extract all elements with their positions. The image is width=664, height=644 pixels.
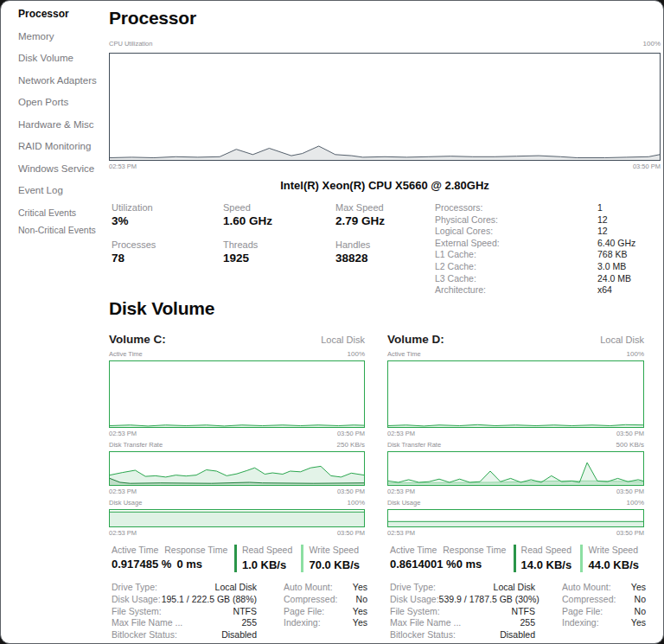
sidebar-item-memory[interactable]: Memory bbox=[18, 31, 109, 41]
detail-row: Indexing:Yes bbox=[284, 617, 367, 629]
detail-row: Page File:No bbox=[562, 606, 646, 618]
sidebar-item-disk-volume[interactable]: Disk Volume bbox=[18, 53, 109, 63]
detail-row: File System:NTFS bbox=[112, 606, 257, 618]
volume-c-usage-chart bbox=[109, 509, 365, 527]
spec-l1-cache: L1 Cache:768 KB bbox=[435, 249, 642, 261]
stat-utilization: Utilization3% bbox=[112, 202, 223, 228]
volume-d-usage-chart bbox=[387, 509, 644, 527]
volume-d-active-time-chart bbox=[387, 360, 644, 428]
volume-c-usage-time-axis: 02:53 PM03:50 PM bbox=[109, 529, 365, 537]
detail-row: Disk Usage:195.1 / 222.5 GB (88%) bbox=[112, 594, 257, 606]
volume-d-active-caption: Active Time 100% bbox=[387, 350, 644, 358]
cpu-chart-time-axis: 02:53 PM 03:50 PM bbox=[109, 163, 661, 170]
sidebar: Processor Memory Disk Volume Network Ada… bbox=[1, 1, 109, 643]
detail-row: Page File:Yes bbox=[284, 606, 367, 618]
volume-d-header: Volume D: Local Disk bbox=[387, 333, 644, 346]
volume-c-active-time-chart bbox=[109, 360, 365, 428]
detail-row: Bitlocker Status:Disabled bbox=[390, 629, 535, 641]
detail-row: File System:NTFS bbox=[390, 606, 535, 618]
detail-row: Max File Name ...255 bbox=[112, 617, 257, 629]
volume-c-read-speed: Read Speed 1.0 KB/s bbox=[234, 545, 294, 572]
sidebar-item-critical-events[interactable]: Critical Events bbox=[18, 207, 109, 218]
volume-c-header: Volume C: Local Disk bbox=[109, 333, 365, 346]
sidebar-item-event-log[interactable]: Event Log bbox=[18, 185, 109, 195]
volume-d-metrics: Active Time Response Time 0.8614001 % 0 … bbox=[390, 545, 647, 572]
volume-c-type: Local Disk bbox=[321, 335, 365, 345]
spec-l3-cache: L3 Cache:24.0 MB bbox=[435, 273, 642, 285]
volume-c-transfer-time-axis: 02:53 PM03:50 PM bbox=[109, 488, 365, 495]
volume-d-usage-time-axis: 02:53 PM03:50 PM bbox=[387, 529, 644, 537]
cpu-chart-label: CPU Utilization bbox=[109, 40, 152, 48]
volume-d-active-time-axis: 02:53 PM03:50 PM bbox=[387, 430, 644, 437]
cpu-time-end: 03:50 PM bbox=[633, 163, 661, 170]
sidebar-item-hardware-misc[interactable]: Hardware & Misc bbox=[18, 119, 109, 130]
volume-c-metrics: Active Time Response Time 0.917485 % 0 m… bbox=[112, 545, 367, 572]
volume-c-transfer-caption: Disk Transfer Rate 250 KB/s bbox=[109, 441, 365, 449]
stat-speed: Speed1.60 GHz bbox=[223, 202, 335, 228]
volume-c-usage-caption: Disk Usage 100% bbox=[109, 499, 365, 507]
volume-d-transfer-rate-chart bbox=[387, 451, 644, 486]
detail-row: Indexing:Yes bbox=[562, 617, 646, 629]
volume-c-active-response: Active Time Response Time 0.917485 % 0 m… bbox=[112, 545, 234, 571]
sidebar-item-network-adapters[interactable]: Network Adapters bbox=[18, 75, 109, 86]
spec-logical-cores: Logical Cores:12 bbox=[435, 226, 642, 238]
volume-d-read-speed: Read Speed 14.0 KB/s bbox=[514, 545, 573, 572]
spec-processors: Processors:1 bbox=[435, 202, 642, 214]
volume-c-name: Volume C: bbox=[109, 333, 166, 346]
spec-architecture: Architecture:x64 bbox=[435, 284, 642, 296]
stat-threads: Threads1925 bbox=[223, 239, 335, 265]
cpu-chart-max: 100% bbox=[643, 40, 661, 48]
volume-c-active-caption: Active Time 100% bbox=[109, 350, 365, 358]
cpu-model-name: Intel(R) Xeon(R) CPU X5660 @ 2.80GHz bbox=[109, 179, 661, 192]
detail-row: Auto Mount:Yes bbox=[284, 582, 367, 594]
volume-c-active-time-axis: 02:53 PM03:50 PM bbox=[109, 430, 365, 437]
detail-row: Drive Type:Local Disk bbox=[390, 582, 535, 594]
sidebar-item-windows-service[interactable]: Windows Service bbox=[18, 163, 109, 174]
volume-d-transfer-caption: Disk Transfer Rate 500 KB/s bbox=[387, 441, 644, 449]
cpu-utilization-chart bbox=[109, 53, 661, 161]
volume-d-write-speed: Write Speed 44.0 KB/s bbox=[580, 545, 639, 572]
disk-volume-title: Disk Volume bbox=[109, 298, 214, 319]
detail-row: Compressed:No bbox=[284, 594, 367, 606]
detail-row: Bitlocker Status:Disabled bbox=[112, 629, 257, 641]
sidebar-item-open-ports[interactable]: Open Ports bbox=[18, 97, 109, 107]
app-window: Processor Memory Disk Volume Network Ada… bbox=[0, 0, 664, 644]
detail-row: Disk Usage:539.9 / 1787.5 GB (30%) bbox=[390, 594, 535, 606]
detail-row: Auto Mount:Yes bbox=[562, 582, 646, 594]
volume-c-write-speed: Write Speed 70.0 KB/s bbox=[301, 545, 360, 572]
stat-processes: Processes78 bbox=[112, 239, 223, 265]
volume-d-type: Local Disk bbox=[600, 335, 644, 345]
sidebar-item-non-critical-events[interactable]: Non-Critical Events bbox=[18, 225, 109, 235]
processor-title: Processor bbox=[109, 8, 196, 29]
cpu-time-start: 02:53 PM bbox=[109, 163, 137, 170]
volume-d-active-response: Active Time Response Time 0.8614001 % 0 … bbox=[390, 545, 514, 571]
volume-d-transfer-time-axis: 02:53 PM03:50 PM bbox=[387, 488, 644, 495]
stat-handles: Handles38828 bbox=[335, 239, 439, 265]
volume-d-usage-caption: Disk Usage 100% bbox=[387, 499, 644, 507]
volume-c-transfer-rate-chart bbox=[109, 451, 365, 486]
detail-row: Drive Type:Local Disk bbox=[112, 582, 257, 594]
spec-external-speed: External Speed:6.40 GHz bbox=[435, 238, 642, 250]
cpu-spec-list: Processors:1 Physical Cores:12 Logical C… bbox=[435, 202, 642, 296]
detail-row: Max File Name ...255 bbox=[390, 617, 535, 629]
stat-max-speed: Max Speed2.79 GHz bbox=[335, 202, 439, 228]
cpu-stats-grid: Utilization3% Speed1.60 GHz Max Speed2.7… bbox=[112, 202, 439, 265]
detail-row: Compressed:No bbox=[562, 594, 646, 606]
sidebar-item-raid-monitoring[interactable]: RAID Monitoring bbox=[18, 141, 109, 151]
volume-d-name: Volume D: bbox=[387, 333, 444, 346]
volume-d-details: Drive Type:Local Disk Disk Usage:539.9 /… bbox=[390, 582, 646, 641]
sidebar-item-processor[interactable]: Processor bbox=[18, 9, 109, 19]
spec-physical-cores: Physical Cores:12 bbox=[435, 214, 642, 226]
cpu-chart-caption: CPU Utilization 100% bbox=[109, 40, 661, 48]
volume-c-details: Drive Type:Local Disk Disk Usage:195.1 /… bbox=[112, 582, 367, 641]
spec-l2-cache: L2 Cache:3.0 MB bbox=[435, 261, 642, 273]
